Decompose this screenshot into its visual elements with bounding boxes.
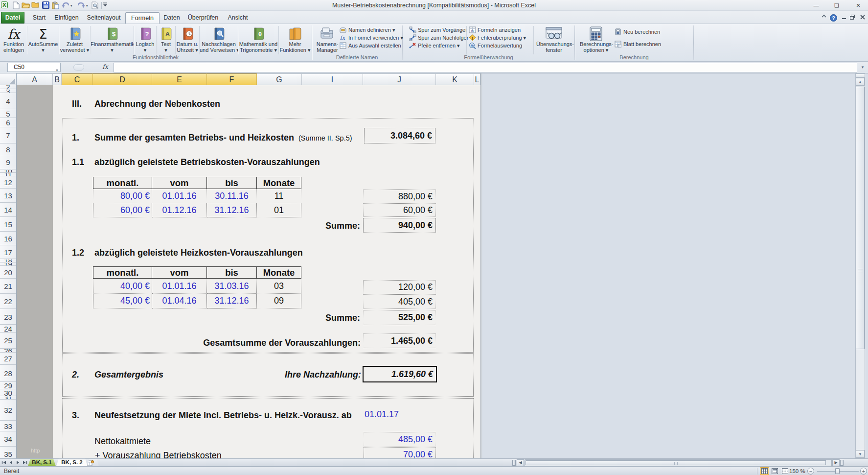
value-cell[interactable]: 405,00 € bbox=[363, 294, 436, 309]
column-header-K[interactable]: K bbox=[436, 73, 474, 85]
row-header-12[interactable]: 12 bbox=[0, 177, 16, 189]
row-header-26[interactable]: 26 bbox=[0, 349, 16, 353]
sheet-tab-1[interactable]: BK, S.1 bbox=[28, 459, 56, 466]
ribbon-button-berechnungs-optionen-[interactable]: Berechnungs-optionen ▾ bbox=[580, 25, 612, 55]
ribbon-tab-formeln[interactable]: Formeln bbox=[125, 12, 160, 24]
column-header-F[interactable]: F bbox=[207, 73, 257, 85]
scrollbar-resize-handle[interactable] bbox=[840, 460, 844, 466]
formula-bar-expand-icon[interactable]: ▾ bbox=[859, 64, 867, 71]
name-box-grip[interactable] bbox=[73, 64, 84, 71]
child-close-icon[interactable] bbox=[860, 14, 866, 20]
row-header-32[interactable]: 32 bbox=[0, 400, 16, 421]
row-header-27[interactable]: 27 bbox=[0, 353, 16, 365]
value-cell[interactable]: 525,00 € bbox=[363, 310, 436, 325]
row-header-30[interactable]: 30 bbox=[0, 390, 16, 396]
ribbon-tab-daten[interactable]: Daten bbox=[160, 12, 183, 24]
last-sheet-icon[interactable] bbox=[22, 459, 28, 466]
row-header-9[interactable]: 9 bbox=[0, 156, 16, 169]
row-header-20[interactable]: 20 bbox=[0, 266, 16, 279]
row-header-16[interactable]: 16 bbox=[0, 232, 16, 245]
chevron-up-icon[interactable] bbox=[821, 14, 827, 18]
value-cell[interactable]: 485,00 € bbox=[364, 432, 436, 447]
row-header-18[interactable]: 18 bbox=[0, 260, 16, 262]
ribbon-button-text-[interactable]: AText▾ bbox=[157, 25, 175, 55]
zoom-level-label[interactable]: 150 % bbox=[789, 468, 806, 474]
zoom-out-icon[interactable]: − bbox=[807, 468, 814, 475]
table-cell[interactable]: 31.03.16 bbox=[207, 279, 257, 294]
restore-button[interactable]: ❏ bbox=[829, 2, 844, 9]
vertical-scrollbar[interactable]: ▲ ▼ bbox=[855, 73, 865, 458]
vertical-scrollbar-thumb[interactable] bbox=[856, 87, 865, 349]
insert-worksheet-tab[interactable] bbox=[87, 459, 99, 466]
ribbon-tab-ansicht[interactable]: Ansicht bbox=[223, 12, 252, 24]
insert-function-fx-button[interactable]: fx bbox=[99, 63, 111, 72]
ribbon-button-datum-u-uhrzeit-[interactable]: Datum u.Uhrzeit ▾ bbox=[176, 25, 199, 55]
table-cell[interactable]: 60,00 € bbox=[93, 203, 152, 217]
row-header-19[interactable]: 19 bbox=[0, 263, 16, 266]
ribbon-button-autosumme-[interactable]: ΣAutoSumme▾ bbox=[27, 25, 59, 55]
child-minimize-icon[interactable] bbox=[841, 14, 847, 20]
tab-split-handle[interactable] bbox=[512, 460, 516, 466]
value-cell[interactable]: 3.084,60 € bbox=[364, 128, 435, 143]
ribbon-button-nachschlagen-und-verweisen-[interactable]: Nachschlagenund Verweisen ▾ bbox=[200, 25, 238, 55]
table-cell[interactable]: 01 bbox=[257, 203, 301, 217]
horizontal-scrollbar-thumb[interactable] bbox=[525, 460, 826, 465]
ribbon-button-zuletzt-verwendet-[interactable]: Zuletztverwendet ▾ bbox=[59, 25, 90, 55]
view-normal-button[interactable] bbox=[760, 467, 769, 475]
row-header-11[interactable]: 11 bbox=[0, 173, 16, 176]
zoom-in-icon[interactable]: + bbox=[860, 468, 867, 475]
view-page-layout-button[interactable] bbox=[770, 467, 779, 475]
ribbon-tab-datei[interactable]: Datei bbox=[1, 12, 24, 24]
ribbon-tab-seitenlayout[interactable]: Seitenlayout bbox=[83, 12, 124, 24]
table-cell[interactable]: 11 bbox=[257, 189, 301, 203]
column-header-L[interactable]: L bbox=[474, 73, 480, 85]
sheet-tab-2[interactable]: BK, S. 2 bbox=[56, 459, 88, 466]
column-header-J[interactable]: J bbox=[363, 73, 436, 85]
row-header-21[interactable]: 21 bbox=[0, 279, 16, 294]
first-sheet-icon[interactable] bbox=[1, 459, 7, 466]
zoom-slider-knob[interactable] bbox=[835, 468, 840, 474]
row-header-4[interactable]: 4 bbox=[0, 94, 16, 109]
table-cell[interactable]: 45,00 € bbox=[93, 294, 152, 309]
row-header-2[interactable]: 2 bbox=[0, 85, 16, 89]
scroll-up-icon[interactable]: ▲ bbox=[856, 78, 865, 86]
column-header-C[interactable]: C bbox=[62, 73, 93, 85]
row-header-22[interactable]: 22 bbox=[0, 294, 16, 309]
help-icon[interactable]: ? bbox=[830, 14, 837, 22]
row-header-8[interactable]: 8 bbox=[0, 144, 16, 155]
ribbon-tab-start[interactable]: Start bbox=[28, 12, 50, 24]
column-header-G[interactable]: G bbox=[257, 73, 302, 85]
name-box[interactable]: C50▼ bbox=[7, 63, 61, 72]
ribbon-button-mehr-funktionen-[interactable]: MehrFunktionen ▾ bbox=[279, 25, 311, 55]
value-cell[interactable]: 940,00 € bbox=[363, 218, 436, 233]
sheet-cells[interactable]: III.Abrechnung der Nebenkosten1.Summe de… bbox=[17, 85, 480, 458]
row-header-5[interactable]: 5 bbox=[0, 110, 16, 118]
minimize-button[interactable]: — bbox=[809, 2, 823, 9]
row-header-7[interactable]: 7 bbox=[0, 128, 16, 143]
row-header-35[interactable]: 35 bbox=[0, 447, 16, 458]
prev-sheet-icon[interactable] bbox=[8, 459, 14, 466]
table-cell[interactable]: 80,00 € bbox=[93, 189, 152, 203]
table-cell[interactable]: 31.12.16 bbox=[207, 294, 257, 309]
table-cell[interactable]: 01.12.16 bbox=[152, 203, 207, 217]
close-button[interactable]: ✕ bbox=[851, 2, 866, 9]
horizontal-scrollbar[interactable] bbox=[525, 459, 832, 466]
ribbon-button-mathematik-und-trigonometrie-[interactable]: θMathematik undTrigonometrie ▾ bbox=[238, 25, 278, 55]
value-cell[interactable]: 120,00 € bbox=[363, 280, 436, 294]
column-header-I[interactable]: I bbox=[302, 73, 363, 85]
row-header-28[interactable]: 28 bbox=[0, 365, 16, 382]
next-sheet-icon[interactable] bbox=[15, 459, 21, 466]
select-all-corner[interactable] bbox=[0, 73, 17, 85]
row-header-29[interactable]: 29 bbox=[0, 382, 16, 389]
column-header-D[interactable]: D bbox=[93, 73, 152, 85]
scroll-right-icon[interactable]: ▶ bbox=[832, 459, 840, 466]
row-header-6[interactable]: 6 bbox=[0, 119, 16, 127]
ribbon-button-überwachungs-fenster[interactable]: Überwachungs-fenster bbox=[536, 25, 571, 55]
row-header-10[interactable]: 10 bbox=[0, 170, 16, 173]
vertical-split-handle[interactable] bbox=[856, 74, 865, 78]
ribbon-tab-einf-gen[interactable]: Einfügen bbox=[51, 12, 82, 24]
row-header-24[interactable]: 24 bbox=[0, 325, 16, 332]
scroll-down-icon[interactable]: ▼ bbox=[856, 450, 865, 458]
table-cell[interactable]: 03 bbox=[257, 279, 301, 294]
table-cell[interactable]: 31.12.16 bbox=[207, 203, 257, 217]
